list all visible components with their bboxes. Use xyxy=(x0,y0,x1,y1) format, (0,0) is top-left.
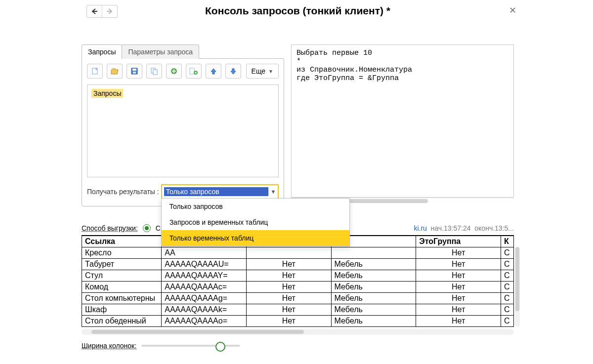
column-width-slider[interactable] xyxy=(141,345,240,347)
table-cell: Шкаф xyxy=(82,304,162,316)
table-row[interactable]: Стол обеденныйAAAAAQAAAAo=НетМебельНетС xyxy=(82,316,514,327)
move-up-icon[interactable] xyxy=(206,64,221,79)
table-row[interactable]: ШкафAAAAAQAAAAk=НетМебельНетС xyxy=(82,304,514,316)
table-cell: Нет xyxy=(416,316,501,327)
table-cell: AAAAAQAAAAU= xyxy=(162,259,247,270)
table-cell: Стол обеденный xyxy=(82,316,162,327)
page-title: Консоль запросов (тонкий клиент) * xyxy=(82,5,514,17)
table-cell: С xyxy=(501,247,513,259)
table-cell: AAAAAQAAAAg= xyxy=(162,293,247,304)
table-cell: Нет xyxy=(246,316,331,327)
tree-root[interactable]: Запросы xyxy=(91,89,123,98)
table-cell: Стол компьютерны xyxy=(82,293,162,304)
table-cell: Табурет xyxy=(82,259,162,270)
query-tree[interactable]: Запросы xyxy=(87,84,279,177)
results-table[interactable]: СсылкаВеЭтоГруппаК КреслоAAНетСТабуретAA… xyxy=(82,236,514,327)
table-cell: Кресло xyxy=(82,247,162,259)
move-down-icon[interactable] xyxy=(225,64,241,79)
status-line: ki.ru нач.13:57:24 оконч.13:5... xyxy=(414,224,514,232)
dropdown-option[interactable]: Только временных таблиц xyxy=(162,230,349,246)
table-cell: Мебель xyxy=(331,316,416,327)
export-method-label[interactable]: Способ выгрузки: xyxy=(82,224,138,232)
table-cell: Нет xyxy=(416,282,501,293)
table-cell: Нет xyxy=(246,270,331,282)
table-cell: С xyxy=(501,293,513,304)
add-icon[interactable] xyxy=(166,64,182,79)
column-width-label[interactable]: Ширина колонок: xyxy=(82,342,136,350)
nav-back-button[interactable] xyxy=(87,5,102,17)
table-row[interactable]: СтулAAAAAQAAAAY=НетМебельНетС xyxy=(82,270,514,282)
table-row[interactable]: Стол компьютерныAAAAAQAAAAg=НетМебельНет… xyxy=(82,293,514,304)
svg-rect-9 xyxy=(190,68,194,74)
query-code[interactable]: Выбрать первые 10 * из Справочник.Номенк… xyxy=(291,44,514,198)
dropdown-option[interactable]: Только запросов xyxy=(162,199,349,214)
table-vscrollbar[interactable] xyxy=(515,247,520,327)
table-cell: Стул xyxy=(82,270,162,282)
table-cell: Нет xyxy=(416,259,501,270)
table-cell: Нет xyxy=(246,293,331,304)
table-cell: AA xyxy=(162,247,247,259)
column-header[interactable]: ЭтоГруппа xyxy=(416,236,501,247)
slider-handle[interactable] xyxy=(215,342,225,352)
result-mode-value: Только запросов xyxy=(164,187,268,196)
nav-buttons xyxy=(86,5,118,18)
result-mode-dropdown: Только запросовЗапросов и временных табл… xyxy=(161,198,350,246)
dropdown-arrow-icon[interactable]: ▼ xyxy=(268,189,278,195)
table-cell: Мебель xyxy=(331,293,416,304)
svg-rect-7 xyxy=(153,70,157,75)
export-radio-list[interactable] xyxy=(143,224,151,232)
more-button[interactable]: Еще ▼ xyxy=(246,64,279,79)
table-cell: Мебель xyxy=(331,282,416,293)
table-cell: AAAAAQAAAAk= xyxy=(162,304,247,316)
table-cell: AAAAAQAAAAc= xyxy=(162,282,247,293)
svg-rect-5 xyxy=(133,72,136,74)
tab-queries[interactable]: Запросы xyxy=(82,44,122,59)
table-cell: Нет xyxy=(416,293,501,304)
table-cell xyxy=(331,247,416,259)
column-header[interactable]: Ссылка xyxy=(82,236,162,247)
table-cell: Нет xyxy=(246,304,331,316)
save-icon[interactable] xyxy=(127,64,142,79)
table-cell: Мебель xyxy=(331,304,416,316)
close-icon[interactable]: ✕ xyxy=(509,5,516,16)
table-cell: Нет xyxy=(416,247,501,259)
table-hscrollbar[interactable] xyxy=(82,329,514,335)
copy-icon[interactable] xyxy=(146,64,162,79)
table-cell: Нет xyxy=(416,270,501,282)
table-cell: AAAAAQAAAAY= xyxy=(162,270,247,282)
table-row[interactable]: КомодAAAAAQAAAAc=НетМебельНетС xyxy=(82,282,514,293)
tab-query-params[interactable]: Параметры запроса xyxy=(122,44,199,59)
add-child-icon[interactable] xyxy=(186,64,202,79)
table-cell: С xyxy=(501,304,513,316)
table-cell: Нет xyxy=(246,259,331,270)
table-cell: Мебель xyxy=(331,259,416,270)
svg-rect-4 xyxy=(132,69,136,71)
more-label: Еще xyxy=(252,67,266,75)
table-cell: AAAAAQAAAAo= xyxy=(162,316,247,327)
table-cell: С xyxy=(501,282,513,293)
open-icon[interactable] xyxy=(107,64,123,79)
chevron-down-icon: ▼ xyxy=(268,69,273,74)
table-cell: С xyxy=(501,259,513,270)
table-cell: Мебель xyxy=(331,270,416,282)
table-row[interactable]: КреслоAAНетС xyxy=(82,247,514,259)
status-link[interactable]: ki.ru xyxy=(414,224,426,232)
result-mode-label: Получать результаты : xyxy=(87,188,159,196)
column-header[interactable]: К xyxy=(501,236,513,247)
dropdown-option[interactable]: Запросов и временных таблиц xyxy=(162,214,349,230)
table-row[interactable]: ТабуретAAAAAQAAAAU=НетМебельНетС xyxy=(82,259,514,270)
table-cell: Комод xyxy=(82,282,162,293)
table-cell xyxy=(246,247,331,259)
nav-forward-button[interactable] xyxy=(102,5,117,17)
table-cell: С xyxy=(501,270,513,282)
result-mode-combo[interactable]: Только запросов ▼ Только запросовЗапросо… xyxy=(161,184,279,199)
table-cell: С xyxy=(501,316,513,327)
table-cell: Нет xyxy=(246,282,331,293)
new-icon[interactable] xyxy=(87,64,103,79)
table-cell: Нет xyxy=(416,304,501,316)
